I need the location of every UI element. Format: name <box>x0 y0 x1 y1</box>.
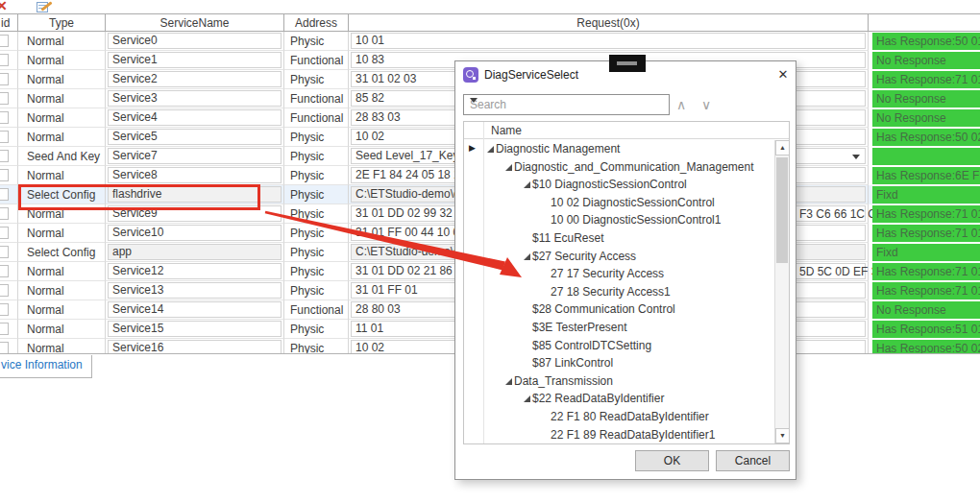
scroll-down-icon[interactable]: ▼ <box>775 428 790 443</box>
servicename-cell[interactable]: Service3 <box>106 89 284 108</box>
expander-icon[interactable] <box>524 181 530 188</box>
id-cell[interactable] <box>0 185 18 204</box>
address-cell[interactable]: Physic <box>284 224 349 243</box>
expander-icon[interactable] <box>505 378 512 385</box>
id-cell[interactable] <box>0 281 18 300</box>
id-cell[interactable] <box>0 224 18 243</box>
id-box[interactable] <box>0 73 9 85</box>
id-box[interactable] <box>0 35 9 47</box>
servicename-input[interactable]: app <box>108 244 282 260</box>
servicename-input[interactable]: Service1 <box>108 52 282 68</box>
id-cell[interactable] <box>0 70 18 89</box>
scrollbar-thumb[interactable] <box>776 157 788 263</box>
address-cell[interactable]: Physic <box>284 185 349 204</box>
vertical-scrollbar[interactable]: ▲ ▼ <box>774 140 789 443</box>
tree-item[interactable]: $85 ControlDTCSetting <box>464 337 774 355</box>
servicename-cell[interactable]: Service13 <box>106 281 284 300</box>
id-cell[interactable] <box>0 128 18 147</box>
servicename-cell[interactable]: Service0 <box>106 32 284 51</box>
type-cell[interactable]: Normal <box>18 108 106 128</box>
id-box[interactable] <box>0 303 9 316</box>
tree-item[interactable]: $3E TesterPresent <box>464 319 774 337</box>
servicename-input[interactable]: Service5 <box>108 129 282 145</box>
search-prev-button[interactable]: ∧ <box>673 96 690 113</box>
servicename-input[interactable]: Service8 <box>108 167 282 183</box>
servicename-input[interactable]: Service14 <box>108 301 282 318</box>
id-box[interactable] <box>0 111 9 124</box>
id-box[interactable] <box>0 188 9 201</box>
expander-icon[interactable] <box>524 253 530 260</box>
servicename-cell[interactable]: Service16 <box>106 339 284 354</box>
tree-item[interactable]: $27 Security Access <box>464 248 774 266</box>
id-cell[interactable] <box>0 204 18 224</box>
servicename-cell[interactable]: Service14 <box>106 300 284 320</box>
servicename-cell[interactable]: Service5 <box>106 128 284 147</box>
scroll-up-icon[interactable]: ▲ <box>775 140 790 156</box>
table-row[interactable]: Normal Service0 Physic 10 01 Has Respons… <box>0 32 980 51</box>
type-cell[interactable]: Select Config <box>18 243 106 262</box>
id-box[interactable] <box>0 131 9 143</box>
request-cell[interactable]: 10 01 <box>349 32 869 51</box>
type-cell[interactable]: Normal <box>18 224 106 243</box>
id-cell[interactable] <box>0 339 18 354</box>
tree-item[interactable]: 22 F1 89 ReadDataByIdentifier1 <box>464 426 774 444</box>
type-cell[interactable]: Normal <box>18 32 106 51</box>
expander-icon[interactable] <box>487 146 494 153</box>
id-box[interactable] <box>0 150 9 162</box>
servicename-input[interactable]: Service3 <box>108 90 282 107</box>
type-cell[interactable]: Normal <box>18 281 106 300</box>
dropdown-arrow-icon[interactable] <box>470 98 478 103</box>
tree-item[interactable]: $22 ReadDataByIdentifier <box>464 390 774 408</box>
servicename-input[interactable]: Service2 <box>108 71 282 87</box>
tree-item[interactable]: 27 17 Security Access <box>464 265 774 283</box>
address-cell[interactable]: Physic <box>284 339 349 354</box>
tree-item[interactable]: $10 DiagnosticSessionControl <box>464 176 774 194</box>
address-cell[interactable]: Physic <box>284 281 349 300</box>
address-cell[interactable]: Physic <box>284 320 349 339</box>
address-cell[interactable]: Physic <box>284 32 349 51</box>
ok-button[interactable]: OK <box>635 450 709 471</box>
address-cell[interactable]: Physic <box>284 147 349 166</box>
id-box[interactable] <box>0 342 9 354</box>
address-cell[interactable]: Physic <box>284 166 349 185</box>
id-box[interactable] <box>0 284 9 297</box>
id-box[interactable] <box>0 246 9 258</box>
expander-icon[interactable] <box>524 395 530 402</box>
tree-item[interactable]: $28 Communication Control <box>464 300 774 319</box>
servicename-cell[interactable]: Service2 <box>106 70 284 89</box>
type-cell[interactable]: Normal <box>18 89 106 108</box>
address-cell[interactable]: Functional <box>284 300 349 320</box>
address-cell[interactable]: Physic <box>284 204 349 224</box>
servicename-input[interactable]: Service13 <box>108 282 282 299</box>
servicename-input[interactable]: Service12 <box>108 263 282 279</box>
type-cell[interactable]: Normal <box>18 128 106 147</box>
address-cell[interactable]: Functional <box>284 108 349 128</box>
address-cell[interactable]: Physic <box>284 128 349 147</box>
id-cell[interactable] <box>0 320 18 339</box>
type-cell[interactable]: Normal <box>18 339 106 354</box>
tree-item[interactable]: 10 00 DiagnosticSessionControl1 <box>464 211 774 229</box>
servicename-cell[interactable]: Service15 <box>106 320 284 339</box>
servicename-cell[interactable]: Service1 <box>106 51 284 70</box>
tree-item[interactable]: $11 EcuReset <box>464 229 774 248</box>
address-cell[interactable]: Physic <box>284 70 349 89</box>
type-cell[interactable]: Normal <box>18 262 106 281</box>
id-cell[interactable] <box>0 147 18 166</box>
id-box[interactable] <box>0 265 9 277</box>
search-next-button[interactable]: ∨ <box>698 96 715 113</box>
type-cell[interactable]: Normal <box>18 320 106 339</box>
address-cell[interactable]: Functional <box>284 51 349 70</box>
servicename-cell[interactable]: Service10 <box>106 224 284 243</box>
id-box[interactable] <box>0 227 9 239</box>
id-cell[interactable] <box>0 89 18 108</box>
search-combobox[interactable]: Search <box>463 94 670 115</box>
type-cell[interactable]: Normal <box>18 166 106 185</box>
delete-icon[interactable]: ✕ <box>0 0 8 13</box>
request-input[interactable]: 10 01 <box>351 33 866 49</box>
id-cell[interactable] <box>0 166 18 185</box>
id-box[interactable] <box>0 207 9 220</box>
servicename-input[interactable]: Service7 <box>108 148 282 164</box>
id-box[interactable] <box>0 54 9 66</box>
tree-item[interactable]: 27 18 Security Access1 <box>464 283 774 301</box>
tab-service-information[interactable]: vice Information <box>0 355 92 378</box>
